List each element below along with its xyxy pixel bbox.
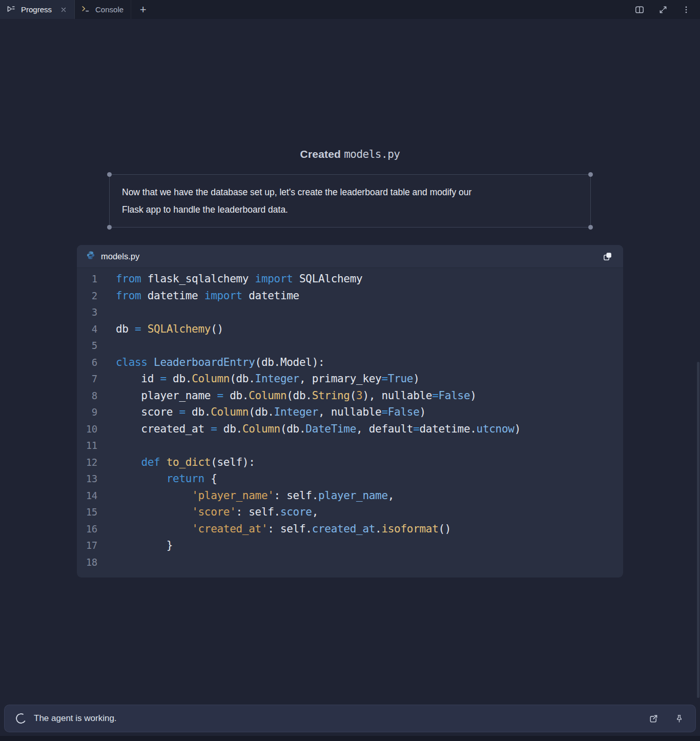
- line-number: 18: [77, 554, 97, 571]
- handle-dot: [588, 225, 593, 230]
- line-number: 17: [77, 537, 97, 554]
- terminal-icon: [81, 4, 90, 15]
- tab-label: Progress: [21, 5, 52, 14]
- line-number: 7: [77, 370, 97, 387]
- code-line: 8 player_name = db.Column(db.String(3), …: [77, 387, 623, 404]
- code-line: 2from datetime import datetime: [77, 287, 623, 304]
- code-line: 5: [77, 337, 623, 354]
- line-content: from flask_sqlalchemy import SQLAlchemy: [116, 271, 362, 287]
- code-line: 15 'score': self.score,: [77, 504, 623, 521]
- tab-progress[interactable]: Progress: [0, 0, 75, 19]
- line-content: player_name = db.Column(db.String(3), nu…: [116, 387, 477, 404]
- new-tab-button[interactable]: +: [131, 0, 155, 19]
- code-line: 18: [77, 554, 623, 571]
- line-content: class LeaderboardEntry(db.Model):: [116, 354, 324, 371]
- pin-icon[interactable]: [674, 714, 684, 724]
- agent-status-bar: The agent is working.: [4, 705, 696, 732]
- line-content: 'created_at': self.created_at.isoformat(…: [116, 521, 451, 538]
- bottom-strip: [0, 736, 700, 741]
- vertical-scrollbar[interactable]: [697, 362, 699, 698]
- line-content: 'player_name': self.player_name,: [116, 487, 394, 504]
- progress-icon: [6, 4, 16, 15]
- line-content: from datetime import datetime: [116, 287, 299, 304]
- line-number: 14: [77, 487, 97, 504]
- more-menu-icon[interactable]: [682, 5, 691, 14]
- code-editor: 1from flask_sqlalchemy import SQLAlchemy…: [77, 268, 623, 578]
- tab-bar-spacer: [155, 0, 634, 19]
- copy-code-button[interactable]: [600, 249, 615, 264]
- code-line: 7 id = db.Column(db.Integer, primary_key…: [77, 370, 623, 387]
- code-card: models.py 1from flask_sqlalchemy import …: [77, 245, 623, 578]
- line-number: 8: [77, 387, 97, 404]
- code-line: 12 def to_dict(self):: [77, 454, 623, 471]
- code-line: 10 created_at = db.Column(db.DateTime, d…: [77, 421, 623, 438]
- code-line: 9 score = db.Column(db.Integer, nullable…: [77, 404, 623, 421]
- line-number: 2: [77, 287, 97, 304]
- status-actions: [648, 713, 684, 724]
- split-view-icon[interactable]: [634, 5, 645, 15]
- code-card-header: models.py: [77, 245, 623, 268]
- line-number: 4: [77, 321, 97, 338]
- code-line: 17 }: [77, 537, 623, 554]
- code-line: 4db = SQLAlchemy(): [77, 321, 623, 338]
- line-content: id = db.Column(db.Integer, primary_key=T…: [116, 370, 420, 387]
- handle-dot: [107, 172, 112, 177]
- note-text-line: Flask app to handle the leaderboard data…: [122, 201, 578, 218]
- code-line: 13 return {: [77, 470, 623, 487]
- plus-icon: +: [140, 3, 147, 16]
- line-content: 'score': self.score,: [116, 504, 318, 521]
- line-content: score = db.Column(db.Integer, nullable=F…: [116, 404, 426, 421]
- expand-icon[interactable]: [658, 5, 668, 15]
- line-number: 9: [77, 404, 97, 421]
- line-number: 6: [77, 354, 97, 371]
- line-content: db = SQLAlchemy(): [116, 321, 223, 338]
- note-text-line: Now that we have the database set up, le…: [122, 183, 578, 201]
- window-actions: [634, 0, 700, 19]
- code-filename: models.py: [101, 252, 139, 261]
- handle-dot: [588, 172, 593, 177]
- line-content: created_at = db.Column(db.DateTime, defa…: [116, 421, 521, 438]
- step-title: Createdmodels.py: [0, 148, 700, 160]
- close-tab-icon[interactable]: [60, 6, 67, 13]
- line-number: 16: [77, 521, 97, 538]
- open-external-icon[interactable]: [648, 713, 659, 724]
- tab-bar: Progress Console +: [0, 0, 700, 19]
- code-line: 1from flask_sqlalchemy import SQLAlchemy: [77, 271, 623, 287]
- line-number: 10: [77, 421, 97, 438]
- code-line: 3: [77, 304, 623, 321]
- line-number: 1: [77, 271, 97, 287]
- code-lines: 1from flask_sqlalchemy import SQLAlchemy…: [77, 271, 623, 570]
- code-line: 16 'created_at': self.created_at.isoform…: [77, 521, 623, 538]
- step-filename: models.py: [344, 148, 400, 160]
- status-message: The agent is working.: [34, 713, 117, 724]
- line-number: 5: [77, 337, 97, 354]
- tab-console[interactable]: Console: [75, 0, 131, 19]
- python-icon: [86, 251, 95, 262]
- agent-note: Now that we have the database set up, le…: [109, 174, 591, 228]
- line-number: 13: [77, 470, 97, 487]
- code-line: 11: [77, 437, 623, 454]
- line-number: 15: [77, 504, 97, 521]
- step-action: Created: [300, 148, 341, 160]
- handle-dot: [107, 225, 112, 230]
- line-number: 3: [77, 304, 97, 321]
- spinner-icon: [15, 712, 27, 725]
- line-content: def to_dict(self):: [116, 454, 255, 471]
- line-content: return {: [116, 470, 217, 487]
- tab-label: Console: [95, 5, 123, 14]
- line-number: 11: [77, 437, 97, 454]
- line-number: 12: [77, 454, 97, 471]
- code-line: 14 'player_name': self.player_name,: [77, 487, 623, 504]
- line-content: }: [116, 537, 173, 554]
- code-line: 6class LeaderboardEntry(db.Model):: [77, 354, 623, 371]
